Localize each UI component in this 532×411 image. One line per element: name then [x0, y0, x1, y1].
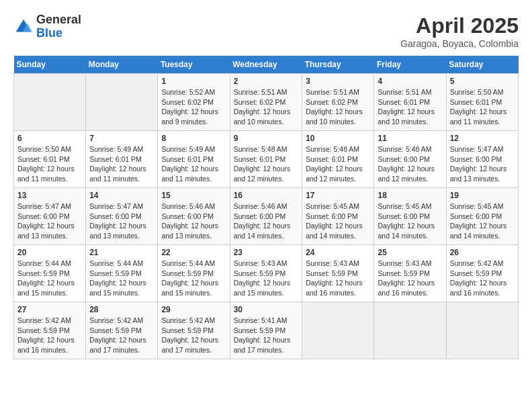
day-info: Sunrise: 5:49 AM Sunset: 6:01 PM Dayligh…: [161, 144, 226, 184]
calendar-cell: 12Sunrise: 5:47 AM Sunset: 6:00 PM Dayli…: [446, 131, 518, 188]
day-info: Sunrise: 5:45 AM Sunset: 6:00 PM Dayligh…: [450, 201, 515, 241]
day-info: Sunrise: 5:43 AM Sunset: 5:59 PM Dayligh…: [378, 259, 442, 298]
day-number: 10: [306, 134, 370, 143]
day-number: 24: [306, 248, 370, 257]
weekday-header: Wednesday: [230, 56, 302, 74]
calendar-cell: 7Sunrise: 5:49 AM Sunset: 6:01 PM Daylig…: [86, 131, 158, 188]
day-info: Sunrise: 5:41 AM Sunset: 5:59 PM Dayligh…: [234, 316, 299, 355]
weekday-row: SundayMondayTuesdayWednesdayThursdayFrid…: [14, 56, 519, 74]
calendar-week-row: 27Sunrise: 5:42 AM Sunset: 5:59 PM Dayli…: [14, 302, 519, 359]
day-number: 11: [378, 134, 442, 143]
calendar-week-row: 1Sunrise: 5:52 AM Sunset: 6:02 PM Daylig…: [14, 74, 519, 131]
title-area: April 2025 Garagoa, Boyaca, Colombia: [400, 13, 519, 49]
calendar-cell: 19Sunrise: 5:45 AM Sunset: 6:00 PM Dayli…: [446, 188, 518, 245]
day-info: Sunrise: 5:45 AM Sunset: 6:00 PM Dayligh…: [378, 201, 442, 241]
day-info: Sunrise: 5:42 AM Sunset: 5:59 PM Dayligh…: [161, 316, 226, 355]
calendar-cell: 14Sunrise: 5:47 AM Sunset: 6:00 PM Dayli…: [86, 188, 158, 245]
day-info: Sunrise: 5:51 AM Sunset: 6:01 PM Dayligh…: [378, 87, 442, 127]
calendar-cell: 11Sunrise: 5:48 AM Sunset: 6:00 PM Dayli…: [374, 131, 446, 188]
logo-text: General Blue: [36, 13, 81, 40]
day-number: 1: [161, 77, 226, 86]
day-number: 21: [89, 248, 154, 257]
calendar-body: 1Sunrise: 5:52 AM Sunset: 6:02 PM Daylig…: [14, 74, 519, 359]
day-number: 4: [378, 77, 442, 86]
day-number: 17: [306, 191, 370, 200]
calendar-cell: 8Sunrise: 5:49 AM Sunset: 6:01 PM Daylig…: [158, 131, 230, 188]
day-number: 19: [450, 191, 515, 200]
weekday-header: Thursday: [302, 56, 374, 74]
logo-icon: [13, 17, 34, 37]
calendar-cell: 28Sunrise: 5:42 AM Sunset: 5:59 PM Dayli…: [86, 302, 158, 359]
month-title: April 2025: [400, 13, 519, 38]
calendar-cell: 20Sunrise: 5:44 AM Sunset: 5:59 PM Dayli…: [14, 245, 86, 302]
day-number: 29: [161, 305, 226, 314]
calendar-cell: [86, 74, 158, 131]
calendar-week-row: 6Sunrise: 5:50 AM Sunset: 6:01 PM Daylig…: [14, 131, 519, 188]
day-number: 6: [17, 134, 82, 143]
weekday-header: Friday: [374, 56, 446, 74]
day-number: 3: [306, 77, 370, 86]
weekday-header: Monday: [86, 56, 158, 74]
calendar-table: SundayMondayTuesdayWednesdayThursdayFrid…: [13, 56, 519, 359]
day-info: Sunrise: 5:43 AM Sunset: 5:59 PM Dayligh…: [306, 259, 370, 298]
calendar-cell: 21Sunrise: 5:44 AM Sunset: 5:59 PM Dayli…: [86, 245, 158, 302]
logo-line1: General: [36, 13, 81, 27]
calendar-cell: 26Sunrise: 5:42 AM Sunset: 5:59 PM Dayli…: [446, 245, 518, 302]
calendar-cell: 3Sunrise: 5:51 AM Sunset: 6:02 PM Daylig…: [302, 74, 374, 131]
calendar-cell: 13Sunrise: 5:47 AM Sunset: 6:00 PM Dayli…: [14, 188, 86, 245]
day-info: Sunrise: 5:50 AM Sunset: 6:01 PM Dayligh…: [450, 87, 515, 127]
day-info: Sunrise: 5:51 AM Sunset: 6:02 PM Dayligh…: [234, 87, 299, 127]
calendar-cell: 9Sunrise: 5:48 AM Sunset: 6:01 PM Daylig…: [230, 131, 302, 188]
day-number: 8: [161, 134, 226, 143]
calendar-cell: 15Sunrise: 5:46 AM Sunset: 6:00 PM Dayli…: [158, 188, 230, 245]
weekday-header: Saturday: [446, 56, 518, 74]
day-info: Sunrise: 5:44 AM Sunset: 5:59 PM Dayligh…: [17, 259, 82, 298]
day-number: 13: [17, 191, 82, 200]
day-number: 7: [89, 134, 154, 143]
page-header: General Blue April 2025 Garagoa, Boyaca,…: [13, 13, 519, 49]
calendar-header: SundayMondayTuesdayWednesdayThursdayFrid…: [14, 56, 519, 74]
day-info: Sunrise: 5:49 AM Sunset: 6:01 PM Dayligh…: [89, 144, 154, 184]
day-number: 26: [450, 248, 515, 257]
day-number: 23: [234, 248, 299, 257]
day-info: Sunrise: 5:50 AM Sunset: 6:01 PM Dayligh…: [17, 144, 82, 184]
calendar-week-row: 20Sunrise: 5:44 AM Sunset: 5:59 PM Dayli…: [14, 245, 519, 302]
day-number: 12: [450, 134, 515, 143]
calendar-cell: [446, 302, 518, 359]
day-number: 20: [17, 248, 82, 257]
day-info: Sunrise: 5:46 AM Sunset: 6:00 PM Dayligh…: [161, 201, 226, 241]
day-info: Sunrise: 5:42 AM Sunset: 5:59 PM Dayligh…: [89, 316, 154, 355]
day-info: Sunrise: 5:48 AM Sunset: 6:01 PM Dayligh…: [234, 144, 299, 184]
day-info: Sunrise: 5:43 AM Sunset: 5:59 PM Dayligh…: [234, 259, 299, 298]
day-info: Sunrise: 5:47 AM Sunset: 6:00 PM Dayligh…: [17, 201, 82, 241]
day-number: 15: [161, 191, 226, 200]
calendar-cell: 24Sunrise: 5:43 AM Sunset: 5:59 PM Dayli…: [302, 245, 374, 302]
calendar-cell: 25Sunrise: 5:43 AM Sunset: 5:59 PM Dayli…: [374, 245, 446, 302]
day-number: 5: [450, 77, 515, 86]
calendar-cell: 6Sunrise: 5:50 AM Sunset: 6:01 PM Daylig…: [14, 131, 86, 188]
day-info: Sunrise: 5:42 AM Sunset: 5:59 PM Dayligh…: [450, 259, 515, 298]
day-info: Sunrise: 5:47 AM Sunset: 6:00 PM Dayligh…: [89, 201, 154, 241]
day-info: Sunrise: 5:51 AM Sunset: 6:02 PM Dayligh…: [306, 87, 370, 127]
location: Garagoa, Boyaca, Colombia: [400, 38, 519, 49]
logo: General Blue: [13, 13, 81, 40]
day-info: Sunrise: 5:46 AM Sunset: 6:00 PM Dayligh…: [234, 201, 299, 241]
calendar-cell: [374, 302, 446, 359]
calendar-cell: 17Sunrise: 5:45 AM Sunset: 6:00 PM Dayli…: [302, 188, 374, 245]
day-number: 30: [234, 305, 299, 314]
day-info: Sunrise: 5:47 AM Sunset: 6:00 PM Dayligh…: [450, 144, 515, 184]
calendar-cell: 29Sunrise: 5:42 AM Sunset: 5:59 PM Dayli…: [158, 302, 230, 359]
calendar-cell: [14, 74, 86, 131]
calendar-cell: 16Sunrise: 5:46 AM Sunset: 6:00 PM Dayli…: [230, 188, 302, 245]
calendar-cell: 23Sunrise: 5:43 AM Sunset: 5:59 PM Dayli…: [230, 245, 302, 302]
calendar-cell: 18Sunrise: 5:45 AM Sunset: 6:00 PM Dayli…: [374, 188, 446, 245]
day-number: 14: [89, 191, 154, 200]
day-info: Sunrise: 5:44 AM Sunset: 5:59 PM Dayligh…: [89, 259, 154, 298]
calendar-cell: 2Sunrise: 5:51 AM Sunset: 6:02 PM Daylig…: [230, 74, 302, 131]
day-number: 2: [234, 77, 299, 86]
calendar-cell: 10Sunrise: 5:48 AM Sunset: 6:01 PM Dayli…: [302, 131, 374, 188]
calendar-cell: 4Sunrise: 5:51 AM Sunset: 6:01 PM Daylig…: [374, 74, 446, 131]
day-number: 18: [378, 191, 442, 200]
calendar-cell: [302, 302, 374, 359]
day-info: Sunrise: 5:45 AM Sunset: 6:00 PM Dayligh…: [306, 201, 370, 241]
